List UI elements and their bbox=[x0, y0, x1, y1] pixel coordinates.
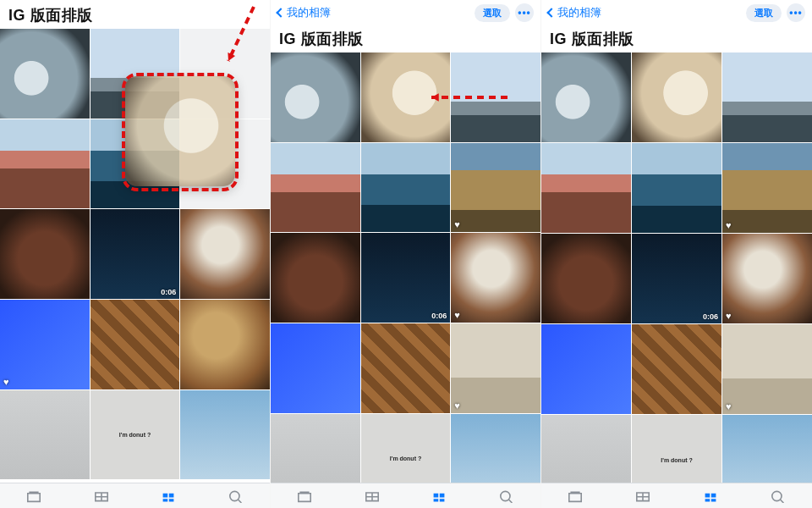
photo-thumbnail[interactable] bbox=[0, 119, 90, 209]
thumbnail-image bbox=[722, 415, 812, 483]
screenshot-panel: IG 版面排版0:06♥I'm donut ? bbox=[0, 0, 271, 508]
thumbnail-image bbox=[0, 209, 90, 299]
foryou-tab[interactable] bbox=[355, 486, 389, 506]
screenshot-panel: 我的相簿選取•••IG 版面排版♥0:06♥♥I'm donut ? bbox=[541, 0, 812, 508]
photo-thumbnail[interactable] bbox=[451, 52, 540, 142]
photo-thumbnail[interactable] bbox=[361, 143, 451, 233]
photo-thumbnail[interactable] bbox=[0, 29, 90, 119]
photo-thumbnail[interactable]: I'm donut ? bbox=[632, 415, 721, 483]
photo-thumbnail[interactable]: ♥ bbox=[451, 233, 540, 323]
thumbnail-image bbox=[451, 233, 540, 323]
thumbnail-image: I'm donut ? bbox=[632, 415, 721, 483]
select-button[interactable]: 選取 bbox=[475, 4, 510, 22]
photo-thumbnail[interactable] bbox=[271, 414, 360, 483]
photo-thumbnail[interactable] bbox=[271, 233, 360, 323]
photo-thumbnail[interactable]: I'm donut ? bbox=[361, 414, 451, 483]
photo-thumbnail[interactable] bbox=[0, 209, 90, 299]
thumbnail-image bbox=[722, 324, 812, 414]
dragged-thumbnail[interactable] bbox=[125, 76, 235, 186]
thumbnail-image bbox=[722, 143, 812, 233]
favorite-icon: ♥ bbox=[454, 219, 460, 229]
chevron-left-icon bbox=[276, 8, 285, 17]
back-button[interactable]: 我的相簿 bbox=[548, 5, 601, 20]
photo-thumbnail[interactable] bbox=[180, 300, 270, 389]
photo-thumbnail[interactable] bbox=[180, 390, 270, 480]
search-tab[interactable] bbox=[490, 486, 524, 506]
tab-bar bbox=[271, 483, 540, 508]
albums-tab[interactable] bbox=[151, 486, 185, 506]
favorite-icon: ♥ bbox=[3, 377, 9, 387]
thumbnail-image bbox=[541, 234, 631, 323]
thumbnail-image bbox=[451, 143, 540, 233]
thumbnail-image bbox=[632, 52, 721, 142]
photo-thumbnail[interactable]: ♥ bbox=[451, 323, 540, 413]
favorite-icon: ♥ bbox=[726, 401, 732, 411]
photo-thumbnail[interactable] bbox=[632, 52, 721, 142]
photo-thumbnail[interactable]: ♥ bbox=[722, 143, 812, 233]
video-duration: 0:06 bbox=[703, 312, 718, 321]
thumbnail-image bbox=[632, 234, 721, 323]
photo-thumbnail[interactable]: ♥ bbox=[451, 143, 540, 233]
photo-thumbnail[interactable]: I'm donut ? bbox=[91, 390, 180, 480]
photo-thumbnail[interactable]: ♥ bbox=[0, 300, 90, 389]
photo-thumbnail[interactable] bbox=[541, 415, 631, 483]
more-button[interactable]: ••• bbox=[787, 3, 805, 22]
thumbnail-image bbox=[722, 52, 812, 142]
photo-thumbnail[interactable]: ♥ bbox=[722, 234, 812, 323]
photo-thumbnail[interactable] bbox=[180, 209, 270, 299]
photo-thumbnail[interactable] bbox=[361, 52, 451, 142]
nav-bar: 我的相簿選取••• bbox=[271, 0, 540, 25]
photo-thumbnail[interactable] bbox=[451, 414, 540, 483]
thumbnail-image bbox=[180, 390, 270, 480]
photo-grid: ♥0:06♥♥I'm donut ? bbox=[541, 52, 812, 483]
library-tab[interactable] bbox=[17, 486, 51, 506]
photo-thumbnail[interactable] bbox=[541, 52, 631, 142]
foryou-tab[interactable] bbox=[85, 486, 118, 506]
photo-thumbnail[interactable]: 0:06 bbox=[632, 234, 721, 323]
video-duration: 0:06 bbox=[431, 312, 447, 320]
photo-thumbnail[interactable] bbox=[722, 415, 812, 483]
library-tab[interactable] bbox=[558, 486, 592, 506]
select-button[interactable]: 選取 bbox=[746, 4, 782, 22]
photo-thumbnail[interactable] bbox=[271, 143, 360, 233]
thumbnail-image: I'm donut ? bbox=[91, 390, 180, 480]
photo-thumbnail[interactable] bbox=[361, 323, 451, 413]
thumbnail-image bbox=[541, 324, 631, 414]
photo-thumbnail[interactable] bbox=[271, 52, 360, 142]
photo-thumbnail[interactable] bbox=[0, 390, 90, 480]
chevron-left-icon bbox=[546, 8, 556, 17]
photo-thumbnail[interactable] bbox=[541, 234, 631, 323]
photo-thumbnail[interactable] bbox=[541, 324, 631, 414]
photo-thumbnail[interactable] bbox=[271, 323, 360, 413]
photo-thumbnail[interactable] bbox=[722, 52, 812, 142]
albums-tab[interactable] bbox=[694, 486, 727, 506]
thumbnail-image bbox=[91, 300, 180, 389]
foryou-tab[interactable] bbox=[626, 486, 660, 506]
search-tab[interactable] bbox=[761, 486, 795, 506]
thumbnail-image bbox=[451, 52, 540, 142]
photo-thumbnail[interactable] bbox=[632, 324, 721, 414]
photo-thumbnail[interactable] bbox=[541, 143, 631, 233]
favorite-icon: ♥ bbox=[454, 310, 460, 320]
photo-grid: ♥0:06♥♥I'm donut ? bbox=[271, 52, 540, 483]
albums-tab[interactable] bbox=[422, 486, 456, 506]
thumbnail-image bbox=[451, 414, 540, 483]
thumbnail-image bbox=[541, 52, 631, 142]
thumbnail-image bbox=[91, 209, 180, 299]
photo-thumbnail[interactable]: ♥ bbox=[722, 324, 812, 414]
back-button[interactable]: 我的相簿 bbox=[277, 5, 331, 20]
photo-thumbnail[interactable]: 0:06 bbox=[361, 233, 451, 323]
more-button[interactable]: ••• bbox=[515, 3, 534, 22]
library-tab[interactable] bbox=[288, 486, 321, 506]
thumbnail-image bbox=[271, 233, 360, 323]
photo-thumbnail[interactable]: 0:06 bbox=[91, 209, 180, 299]
thumbnail-image bbox=[271, 143, 360, 233]
thumbnail-image: I'm donut ? bbox=[361, 414, 451, 483]
screenshot-panel: 我的相簿選取•••IG 版面排版♥0:06♥♥I'm donut ? bbox=[271, 0, 541, 508]
search-tab[interactable] bbox=[219, 486, 253, 506]
photo-thumbnail[interactable] bbox=[632, 143, 721, 233]
thumbnail-image bbox=[541, 143, 631, 233]
back-label: 我的相簿 bbox=[557, 5, 601, 20]
photo-thumbnail[interactable] bbox=[91, 300, 180, 389]
video-duration: 0:06 bbox=[161, 288, 176, 296]
